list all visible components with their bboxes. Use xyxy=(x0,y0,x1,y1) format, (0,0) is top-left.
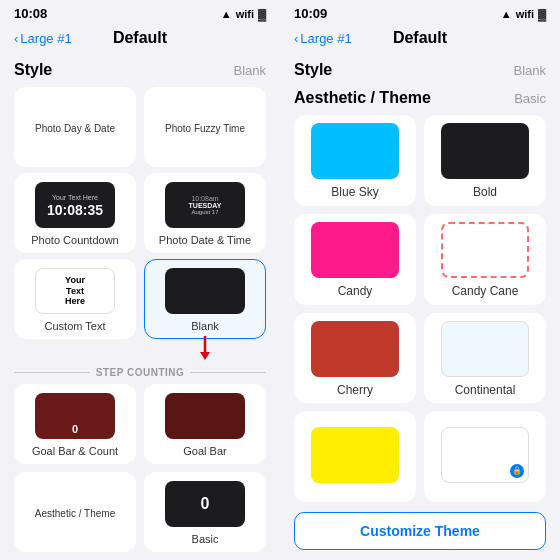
bold-swatch xyxy=(441,123,529,179)
right-nav-title: Default xyxy=(393,29,447,47)
theme-grid: Blue Sky Bold Candy Candy Cane Cherry Co… xyxy=(280,111,560,506)
left-status-bar: 10:08 ▲ wifi ▓ xyxy=(0,0,280,25)
basic-preview: 0 xyxy=(165,481,245,527)
continental-theme-cell[interactable]: Continental xyxy=(424,313,546,404)
aesthetic-theme-label: Aesthetic / Theme xyxy=(31,504,119,523)
photo-date-time-label: Photo Date & Time xyxy=(159,234,251,246)
basic-cell[interactable]: 0 Basic xyxy=(144,472,266,552)
photo-fuzzy-time-cell[interactable]: Photo Fuzzy Time xyxy=(144,87,266,167)
blank-preview xyxy=(165,268,245,314)
right-status-time: 10:09 xyxy=(294,6,327,21)
preview-text-label: Your Text Here xyxy=(52,194,98,201)
right-nav-back[interactable]: ‹ Large #1 xyxy=(294,31,352,46)
right-status-bar: 10:09 ▲ wifi ▓ xyxy=(280,0,560,25)
photo-countdown-label: Photo Countdown xyxy=(31,234,118,246)
candy-swatch xyxy=(311,222,399,278)
cherry-label: Cherry xyxy=(337,383,373,397)
photo-countdown-cell[interactable]: Your Text Here 10:08:35 Photo Countdown xyxy=(14,173,136,253)
custom-blank-cells: YourTextHere Custom Text Blank xyxy=(0,253,280,339)
photo-day-date-cell[interactable]: Photo Day & Date xyxy=(14,87,136,167)
bold-label: Bold xyxy=(473,185,497,199)
red-arrow-icon xyxy=(197,336,213,360)
svg-marker-1 xyxy=(200,352,210,360)
blue-sky-label: Blue Sky xyxy=(331,185,378,199)
battery-icon: ▓ xyxy=(258,8,266,20)
custom-text-cell[interactable]: YourTextHere Custom Text xyxy=(14,259,136,339)
left-phone-screen: 10:08 ▲ wifi ▓ ‹ Large #1 Default Style … xyxy=(0,0,280,560)
candy-cane-theme-cell[interactable]: Candy Cane xyxy=(424,214,546,305)
left-style-header: Style Blank xyxy=(0,53,280,83)
custom-text-block: YourTextHere xyxy=(65,275,85,307)
goal-bar-cell[interactable]: Goal Bar xyxy=(144,384,266,464)
wifi-icon: wifi xyxy=(236,8,254,20)
left-status-time: 10:08 xyxy=(14,6,47,21)
photo-fuzzy-time-label: Photo Fuzzy Time xyxy=(165,117,245,140)
signal-icon: ▲ xyxy=(221,8,232,20)
preview-time: 10:08:35 xyxy=(47,203,103,217)
preview-cells: Your Text Here 10:08:35 Photo Countdown … xyxy=(0,167,280,253)
chevron-left-icon: ‹ xyxy=(14,31,18,46)
goal-bar-label: Goal Bar xyxy=(183,445,226,457)
bottom-partial: Aesthetic / Theme 0 Basic xyxy=(0,464,280,556)
goal-bar-count-cell[interactable]: 0 Goal Bar & Count xyxy=(14,384,136,464)
top-text-cells: Photo Day & Date Photo Fuzzy Time xyxy=(0,83,280,167)
left-nav-title: Default xyxy=(113,29,167,47)
candy-theme-cell[interactable]: Candy xyxy=(294,214,416,305)
photo-date-time-preview: 10:08am TUESDAY August 17 xyxy=(165,182,245,228)
aesthetic-basic-label: Basic xyxy=(514,91,546,106)
candy-label: Candy xyxy=(338,284,373,298)
blank-cell[interactable]: Blank xyxy=(144,259,266,339)
customize-theme-button[interactable]: Customize Theme xyxy=(294,512,546,550)
step-counting-divider: STEP COUNTING xyxy=(0,361,280,384)
goal-count-number: 0 xyxy=(72,423,78,435)
left-status-icons: ▲ wifi ▓ xyxy=(221,8,266,20)
preview-date: August 17 xyxy=(191,209,218,215)
right-signal-icon: ▲ xyxy=(501,8,512,20)
last-swatch: 🔒 xyxy=(441,427,529,483)
lock-badge: 🔒 xyxy=(510,464,524,478)
aesthetic-theme-header: Aesthetic / Theme Basic xyxy=(280,83,560,111)
left-nav-bar: ‹ Large #1 Default xyxy=(0,25,280,53)
candy-cane-swatch xyxy=(441,222,529,278)
goal-bar-swatch xyxy=(165,393,245,439)
basic-label: Basic xyxy=(192,533,219,545)
yellow-swatch xyxy=(311,427,399,483)
blue-sky-swatch xyxy=(311,123,399,179)
blue-sky-theme-cell[interactable]: Blue Sky xyxy=(294,115,416,206)
photo-countdown-preview: Your Text Here 10:08:35 xyxy=(35,182,115,228)
photo-date-time-cell[interactable]: 10:08am TUESDAY August 17 Photo Date & T… xyxy=(144,173,266,253)
goal-bar-count-label: Goal Bar & Count xyxy=(32,445,118,457)
candy-cane-label: Candy Cane xyxy=(452,284,519,298)
custom-text-preview: YourTextHere xyxy=(35,268,115,314)
bold-theme-cell[interactable]: Bold xyxy=(424,115,546,206)
cherry-theme-cell[interactable]: Cherry xyxy=(294,313,416,404)
preview-day: TUESDAY xyxy=(189,202,222,209)
photo-day-date-label: Photo Day & Date xyxy=(35,117,115,140)
preview-time-label: 10:08am xyxy=(191,195,218,202)
continental-label: Continental xyxy=(455,383,516,397)
right-battery-icon: ▓ xyxy=(538,8,546,20)
blank-label: Blank xyxy=(191,320,219,332)
aesthetic-theme-title: Aesthetic / Theme xyxy=(294,89,431,107)
aesthetic-theme-cell[interactable]: Aesthetic / Theme xyxy=(14,472,136,552)
basic-zero: 0 xyxy=(201,495,210,513)
right-chevron-left-icon: ‹ xyxy=(294,31,298,46)
right-nav-bar: ‹ Large #1 Default xyxy=(280,25,560,53)
continental-swatch xyxy=(441,321,529,377)
right-status-icons: ▲ wifi ▓ xyxy=(501,8,546,20)
right-wifi-icon: wifi xyxy=(516,8,534,20)
step-cells: 0 Goal Bar & Count Goal Bar xyxy=(0,384,280,464)
goal-bar-count-swatch: 0 xyxy=(35,393,115,439)
right-style-header: Style Blank xyxy=(280,53,560,83)
yellow-theme-cell[interactable] xyxy=(294,411,416,502)
last-theme-cell[interactable]: 🔒 xyxy=(424,411,546,502)
cherry-swatch xyxy=(311,321,399,377)
right-phone-screen: 10:09 ▲ wifi ▓ ‹ Large #1 Default Style … xyxy=(280,0,560,560)
custom-text-label: Custom Text xyxy=(45,320,106,332)
left-nav-back[interactable]: ‹ Large #1 xyxy=(14,31,72,46)
